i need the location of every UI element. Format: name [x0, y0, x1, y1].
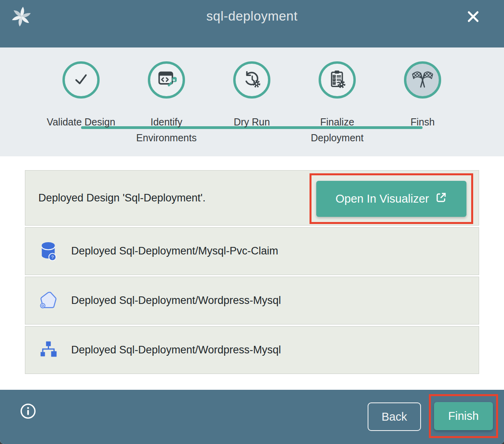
- deployed-design-row: Deployed Design 'Sql-Deployment'. Open I…: [25, 170, 479, 226]
- deployed-item-row: Deployed Sql-Deployment/Wordpress-Mysql: [25, 326, 479, 374]
- check-icon: [70, 68, 92, 91]
- pentagon-icon: [39, 290, 58, 311]
- deployed-design-text: Deployed Design 'Sql-Deployment'.: [38, 192, 206, 204]
- step-circle: [62, 61, 100, 99]
- info-icon[interactable]: [20, 403, 36, 419]
- database-icon: ?: [39, 241, 58, 262]
- code-config-icon: [156, 69, 177, 91]
- step-validate-design[interactable]: Validate Design: [38, 47, 124, 146]
- step-circle: [404, 61, 441, 99]
- step-circle: [319, 61, 356, 99]
- step-label: Identify Environments: [124, 114, 209, 146]
- step-dry-run[interactable]: Dry Run: [209, 47, 294, 146]
- step-circle: [148, 61, 185, 99]
- open-in-visualizer-button[interactable]: Open In Visualizer: [316, 181, 466, 217]
- external-link-icon: [435, 192, 447, 206]
- deployed-item-text: Deployed Sql-Deployment/Mysql-Pvc-Claim: [71, 245, 278, 257]
- annotation-highlight-finish: Finish: [429, 394, 498, 438]
- svg-text:?: ?: [51, 254, 53, 259]
- step-label: Finalize Deployment: [294, 114, 380, 146]
- close-icon[interactable]: [464, 7, 483, 26]
- annotation-highlight-visualizer: Open In Visualizer: [310, 173, 473, 224]
- step-label: Finsh: [380, 114, 465, 130]
- dialog-header: sql-deployment: [0, 0, 504, 47]
- dialog-title: sql-deployment: [0, 9, 504, 24]
- checkered-flags-icon: [412, 68, 434, 92]
- step-circle: [233, 61, 270, 99]
- step-label: Dry Run: [209, 114, 294, 130]
- deployed-item-text: Deployed Sql-Deployment/Wordpress-Mysql: [71, 294, 281, 307]
- step-finish[interactable]: Finsh: [380, 47, 465, 146]
- deployment-dialog: sql-deployment Validate Design: [0, 0, 504, 444]
- step-label: Validate Design: [38, 114, 124, 130]
- deployment-stepper: Validate Design: [0, 47, 504, 156]
- results-panel: Deployed Design 'Sql-Deployment'. Open I…: [0, 156, 504, 390]
- dialog-footer: Back Finish: [0, 390, 504, 444]
- step-finalize-deployment[interactable]: Finalize Deployment: [294, 47, 380, 146]
- history-gear-icon: [242, 69, 262, 91]
- deployed-item-text: Deployed Sql-Deployment/Wordpress-Mysql: [71, 344, 281, 356]
- result-list: Deployed Design 'Sql-Deployment'. Open I…: [25, 170, 479, 374]
- clipboard-gear-icon: [327, 69, 347, 91]
- open-in-visualizer-label: Open In Visualizer: [336, 192, 429, 205]
- finish-button[interactable]: Finish: [434, 402, 493, 430]
- back-button[interactable]: Back: [368, 402, 421, 431]
- sitemap-icon: [39, 340, 58, 361]
- deployed-item-row: ? Deployed Sql-Deployment/Mysql-Pvc-Clai…: [25, 227, 479, 275]
- step-identify-environments[interactable]: Identify Environments: [124, 47, 209, 146]
- deployed-item-row: Deployed Sql-Deployment/Wordpress-Mysql: [25, 277, 479, 324]
